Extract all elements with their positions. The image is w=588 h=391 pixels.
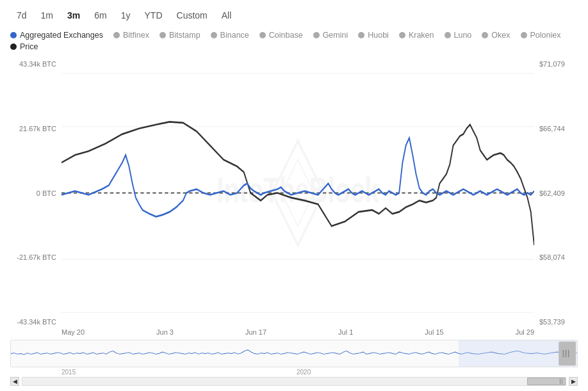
x-label-0: May 20 (61, 328, 85, 339)
x-label-3: Jul 1 (338, 328, 353, 339)
btn-all[interactable]: All (215, 8, 238, 23)
legend-dot-poloniex (521, 32, 527, 38)
chart-legend: Aggregated Exchanges Bitfinex Bitstamp B… (10, 31, 578, 51)
x-label-4: Jul 15 (425, 328, 443, 339)
legend-dot-aggregated (10, 32, 17, 38)
legend-label-aggregated: Aggregated Exchanges (20, 31, 103, 40)
btn-1y[interactable]: 1y (115, 8, 137, 23)
btn-1m[interactable]: 1m (35, 8, 60, 23)
y-axis-right: $71,079 $66,744 $62,409 $58,074 $53,739 (534, 60, 578, 339)
btn-ytd[interactable]: YTD (138, 8, 169, 23)
legend-poloniex[interactable]: Poloniex (521, 31, 561, 40)
scroll-right-arrow[interactable]: ▶ (569, 377, 578, 386)
legend-dot-huobi (358, 32, 364, 38)
x-label-2: Jun 17 (245, 328, 266, 339)
scroll-track[interactable] (22, 377, 566, 386)
legend-label-bitstamp: Bitstamp (169, 31, 200, 40)
main-chart-svg[interactable]: IntoTheBlock (61, 60, 534, 326)
x-label-5: Jul 29 (516, 328, 534, 339)
chart-wrapper: 43.34k BTC 21.67k BTC 0 BTC -21.67k BTC … (10, 60, 578, 386)
legend-okex[interactable]: Okex (482, 31, 510, 40)
scroll-thumb-handle (560, 379, 562, 384)
legend-huobi[interactable]: Huobi (358, 31, 389, 40)
legend-bitstamp[interactable]: Bitstamp (159, 31, 200, 40)
legend-dot-price (10, 44, 17, 50)
svg-text:IntoTheBlock: IntoTheBlock (216, 170, 379, 210)
legend-dot-binance (211, 32, 217, 38)
legend-kraken[interactable]: Kraken (399, 31, 434, 40)
legend-label-kraken: Kraken (409, 31, 434, 40)
legend-label-huobi: Huobi (368, 31, 389, 40)
scroll-thumb[interactable] (527, 378, 566, 385)
main-chart-area: 43.34k BTC 21.67k BTC 0 BTC -21.67k BTC … (10, 60, 578, 339)
btn-custom[interactable]: Custom (170, 8, 214, 23)
y-right-4: $58,074 (534, 253, 578, 261)
chart-and-xaxis: IntoTheBlock May 20 Jun 3 (61, 60, 534, 339)
y-left-1: 43.34k BTC (10, 60, 61, 68)
y-left-3: 0 BTC (10, 189, 61, 197)
y-axis-left: 43.34k BTC 21.67k BTC 0 BTC -21.67k BTC … (10, 60, 61, 339)
scroll-left-arrow[interactable]: ◀ (10, 377, 19, 386)
legend-label-gemini: Gemini (323, 31, 348, 40)
svg-rect-11 (559, 342, 576, 366)
y-right-2: $66,744 (534, 125, 578, 132)
legend-coinbase[interactable]: Coinbase (259, 31, 303, 40)
page-container: 7d 1m 3m 6m 1y YTD Custom All Aggregated… (0, 0, 588, 391)
mini-chart-section: 2015 2020 ◀ ▶ (10, 340, 578, 386)
legend-aggregated[interactable]: Aggregated Exchanges (10, 31, 103, 40)
legend-dot-bitstamp (159, 32, 166, 38)
y-right-3: $62,409 (534, 189, 578, 197)
y-left-2: 21.67k BTC (10, 125, 61, 132)
legend-dot-okex (482, 32, 488, 38)
legend-label-poloniex: Poloniex (530, 31, 561, 40)
y-right-5: $53,739 (534, 318, 578, 326)
y-left-5: -43.34k BTC (10, 318, 61, 326)
legend-luno[interactable]: Luno (445, 31, 472, 40)
legend-label-okex: Okex (491, 31, 510, 40)
legend-dot-coinbase (259, 32, 266, 38)
legend-dot-luno (445, 32, 451, 38)
x-axis: May 20 Jun 3 Jun 17 Jul 1 Jul 15 Jul 29 (61, 326, 534, 339)
legend-dot-kraken (399, 32, 405, 38)
legend-gemini[interactable]: Gemini (313, 31, 348, 40)
legend-dot-gemini (313, 32, 320, 38)
btn-7d[interactable]: 7d (10, 8, 33, 23)
legend-label-price: Price (20, 42, 38, 51)
x-label-1: Jun 3 (156, 328, 174, 339)
legend-bitfinex[interactable]: Bitfinex (113, 31, 149, 40)
mini-chart[interactable] (10, 340, 578, 367)
legend-dot-bitfinex (113, 32, 120, 38)
legend-binance[interactable]: Binance (211, 31, 249, 40)
legend-label-binance: Binance (220, 31, 249, 40)
legend-price[interactable]: Price (10, 42, 38, 51)
mini-x-label-2020: 2020 (297, 369, 311, 376)
legend-label-luno: Luno (454, 31, 472, 40)
mini-x-label-2015: 2015 (61, 369, 76, 376)
legend-label-coinbase: Coinbase (269, 31, 303, 40)
y-right-1: $71,079 (534, 60, 578, 68)
legend-label-bitfinex: Bitfinex (123, 31, 149, 40)
btn-3m[interactable]: 3m (61, 8, 86, 23)
y-left-4: -21.67k BTC (10, 253, 61, 261)
scrollbar[interactable]: ◀ ▶ (10, 377, 578, 386)
time-range-bar: 7d 1m 3m 6m 1y YTD Custom All (10, 8, 578, 23)
btn-6m[interactable]: 6m (88, 8, 113, 23)
